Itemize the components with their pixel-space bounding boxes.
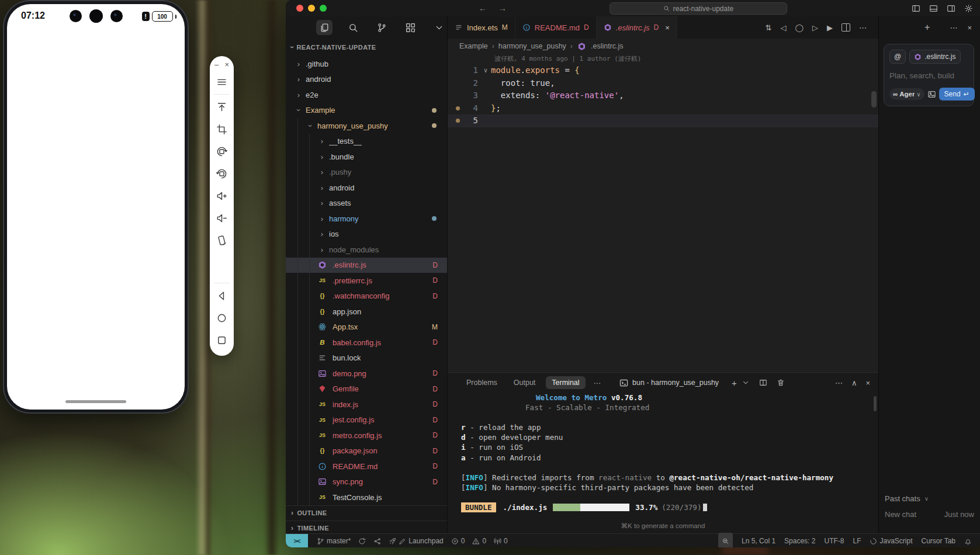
maximize-panel-icon[interactable]: ∧ <box>851 379 857 387</box>
chat-input-placeholder[interactable]: Plan, search, build <box>889 71 968 80</box>
volume-down-icon[interactable] <box>210 207 234 229</box>
tree-item-Gemfile[interactable]: GemfileD <box>286 381 447 397</box>
notifications[interactable] <box>964 534 972 547</box>
terminal-output[interactable]: Welcome to Metro v0.76.8Fast - Scalable … <box>448 393 878 492</box>
section-outline[interactable]: ›OUTLINE <box>286 505 447 521</box>
ports-count[interactable]: 0 <box>494 537 508 545</box>
tree-item-Example[interactable]: ›Example <box>286 103 447 119</box>
chat-more-icon[interactable]: ⋯ <box>950 23 957 32</box>
toggle-sidebar-icon[interactable] <box>912 4 920 13</box>
tree-item-node_modules[interactable]: ›node_modules <box>286 242 447 258</box>
explorer-view-icon[interactable] <box>316 20 333 35</box>
new-chat-icon[interactable]: + <box>924 22 930 33</box>
close-window-button[interactable] <box>296 5 303 12</box>
home-indicator[interactable] <box>65 400 126 403</box>
fold-chevron-icon[interactable]: ∨ <box>480 64 491 77</box>
panel-more-icon[interactable]: ⋯ <box>590 379 605 387</box>
close-toolbar-button[interactable]: × <box>224 60 229 69</box>
close-tab-icon[interactable]: × <box>665 23 670 32</box>
code-line-3[interactable]: 3 extends: '@react-native', <box>448 89 878 102</box>
cursor-tab[interactable]: Cursor Tab <box>922 534 955 547</box>
nav-back-button[interactable]: ← <box>479 4 487 13</box>
tree-item-.prettierrc.js[interactable]: JS.prettierrc.jsD <box>286 273 447 289</box>
breadcrumb-item[interactable]: harmony_use_pushy <box>498 42 566 50</box>
close-panel-icon[interactable]: × <box>865 379 870 387</box>
errors-count[interactable]: 0 <box>451 537 465 545</box>
tree-item-android[interactable]: ›android <box>286 72 447 88</box>
code-editor[interactable]: 波仔糕, 4 months ago | 1 author (波仔糕) 1∨mod… <box>448 54 878 372</box>
views-chevron-icon[interactable] <box>431 20 447 35</box>
nav-home-icon[interactable] <box>210 307 234 329</box>
record-icon[interactable]: ◯ <box>795 23 804 32</box>
new-chat-item[interactable]: New chat <box>885 510 916 519</box>
tree-item-babel.config.js[interactable]: Bbabel.config.jsD <box>286 335 447 351</box>
maximize-window-button[interactable] <box>320 5 327 12</box>
upload-icon[interactable] <box>210 96 234 118</box>
tree-item-app.json[interactable]: {}app.json <box>286 304 447 320</box>
extensions-icon[interactable] <box>402 20 418 35</box>
past-chats-header[interactable]: Past chats ∨ <box>885 494 929 503</box>
breadcrumb-item[interactable]: .eslintrc.js <box>591 42 624 50</box>
crop-icon[interactable] <box>210 118 234 140</box>
tree-item-demo.png[interactable]: demo.pngD <box>286 366 447 381</box>
command-search-box[interactable]: react-native-update <box>610 2 787 15</box>
tree-item-harmony_use_pushy[interactable]: ›harmony_use_pushy <box>286 118 447 134</box>
language-mode[interactable]: JavaScript <box>870 534 912 547</box>
rotate-cw-icon[interactable] <box>210 162 234 185</box>
toggle-secondary-sidebar-icon[interactable] <box>947 4 955 13</box>
kill-terminal-icon[interactable] <box>777 379 785 387</box>
minimize-window-button[interactable] <box>308 5 315 12</box>
emulator-screen[interactable]: 07:12 ! 100 <box>7 4 185 410</box>
agent-mode-selector[interactable]: ∞ Agent ∨ <box>889 88 924 100</box>
add-context-chip[interactable]: @ <box>889 50 906 64</box>
close-chat-icon[interactable]: × <box>967 23 972 32</box>
tree-item-jest.config.js[interactable]: JSjest.config.jsD <box>286 412 447 428</box>
panel-tab-problems[interactable]: Problems <box>460 376 503 389</box>
split-terminal-icon[interactable] <box>759 379 767 387</box>
git-branch-status[interactable]: master* <box>317 537 351 545</box>
panel-tab-output[interactable]: Output <box>508 376 542 389</box>
source-control-icon[interactable] <box>373 20 390 35</box>
rotate-ccw-icon[interactable] <box>210 140 234 162</box>
remote-indicator[interactable]: >< <box>286 534 308 547</box>
zoom-indicator[interactable] <box>718 533 733 547</box>
panel-more-actions-icon[interactable]: ⋯ <box>835 379 843 387</box>
project-root-header[interactable]: › REACT-NATIVE-UPDATE <box>286 39 447 56</box>
tree-item-__tests__[interactable]: ›__tests__ <box>286 134 447 150</box>
nav-recents-icon[interactable] <box>210 329 234 351</box>
terminal-dropdown-icon[interactable] <box>742 379 750 387</box>
eol[interactable]: LF <box>853 534 861 547</box>
launchpad-status[interactable]: Launchpad <box>389 537 443 545</box>
nav-forward-button[interactable]: → <box>498 4 507 13</box>
tree-item-assets[interactable]: ›assets <box>286 196 447 211</box>
tab-README.md[interactable]: README.mdD <box>515 16 597 39</box>
tree-item-App.tsx[interactable]: App.tsxM <box>286 320 447 335</box>
cursor-position[interactable]: Ln 5, Col 1 <box>742 534 775 547</box>
encoding[interactable]: UTF-8 <box>824 534 844 547</box>
warnings-count[interactable]: 0 <box>472 537 486 545</box>
tree-item-e2e[interactable]: ›e2e <box>286 87 447 103</box>
tree-item-bun.lock[interactable]: bun.lock <box>286 351 447 366</box>
file-context-chip[interactable]: .eslintrc.js <box>909 50 960 64</box>
tab-.eslintrc.js[interactable]: .eslintrc.jsD× <box>597 16 677 39</box>
code-line-2[interactable]: 2 root: true, <box>448 77 878 90</box>
compare-changes-icon[interactable]: ⇅ <box>766 23 772 32</box>
menu-icon[interactable] <box>210 71 234 93</box>
tree-item-package.json[interactable]: {}package.jsonD <box>286 443 447 459</box>
sync-status[interactable] <box>358 537 366 545</box>
tree-item-android[interactable]: ›android <box>286 180 447 196</box>
panel-scrollbar[interactable] <box>874 396 877 411</box>
previous-change-icon[interactable]: ◁ <box>780 23 786 32</box>
run-file-icon[interactable]: ▶ <box>827 23 833 32</box>
search-view-icon[interactable] <box>345 20 361 35</box>
tree-item-.github[interactable]: ›.github <box>286 56 447 72</box>
tree-item-metro.config.js[interactable]: JSmetro.config.jsD <box>286 428 447 443</box>
tree-item-.watchmanconfig[interactable]: {}.watchmanconfigD <box>286 289 447 304</box>
tree-item-TestConsole.js[interactable]: JSTestConsole.js <box>286 490 447 505</box>
code-line-4[interactable]: 4}; <box>448 102 878 115</box>
tree-item-.bundle[interactable]: ›.bundle <box>286 149 447 165</box>
indentation[interactable]: Spaces: 2 <box>784 534 815 547</box>
minimize-toolbar-button[interactable]: – <box>214 60 219 69</box>
tree-item-.pushy[interactable]: ›.pushy <box>286 165 447 181</box>
tree-item-README.md[interactable]: README.mdD <box>286 459 447 474</box>
